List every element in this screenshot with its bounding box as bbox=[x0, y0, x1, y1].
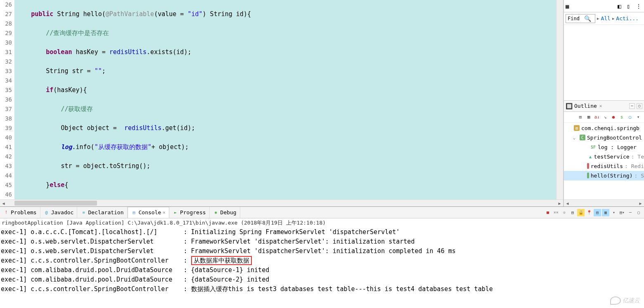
filter-icon[interactable]: ● bbox=[610, 114, 617, 120]
code-editor[interactable]: public String hello(@PathVariable(value … bbox=[14, 0, 556, 199]
outline-tree[interactable]: ⊞com.chenqi.springb⌄CSpringBootControlSF… bbox=[564, 123, 644, 200]
outline-item[interactable]: ▲testService : Te bbox=[564, 152, 644, 161]
tab-declaration[interactable]: ≡Declaration bbox=[77, 207, 127, 218]
tab-icon: ! bbox=[3, 210, 9, 216]
scroll-thumb[interactable] bbox=[14, 201, 97, 206]
console-line: exec-1] o.a.c.c.C.[Tomcat].[localhost].[… bbox=[1, 227, 644, 237]
outline-item[interactable]: redisUtils : Redi bbox=[564, 161, 644, 171]
sf-icon: SF bbox=[590, 144, 596, 150]
outline-toolbar: ⊞ ▦ a↓ ↘ ● s ○ ▾ bbox=[564, 112, 644, 123]
editor-area: 2627282930313233343536373839404142434445… bbox=[0, 0, 564, 206]
tab-javadoc[interactable]: @Javadoc bbox=[40, 207, 78, 218]
hide-icon[interactable]: ↘ bbox=[602, 114, 608, 120]
outline-item[interactable]: ⊞com.chenqi.springb bbox=[564, 123, 644, 133]
close-icon[interactable]: ✕ bbox=[163, 210, 166, 215]
terminate-button[interactable]: ■ bbox=[544, 209, 552, 216]
tab-icon: @ bbox=[44, 210, 50, 216]
tab-icon: ► bbox=[173, 210, 178, 216]
pin-button[interactable]: 📍 bbox=[585, 209, 593, 216]
outline-item[interactable]: ⌄CSpringBootControl bbox=[564, 133, 644, 142]
toolbar-icon[interactable]: ⋮ bbox=[636, 3, 642, 9]
tab-bar: !Problems@Javadoc≡Declaration▤Console✕►P… bbox=[0, 207, 644, 218]
grn-icon bbox=[587, 173, 589, 178]
toolbar-icon[interactable]: ▦ bbox=[566, 3, 572, 9]
scroll-left-icon[interactable]: ◀ bbox=[564, 201, 571, 206]
tri-icon: ▲ bbox=[589, 154, 592, 159]
cls-icon: C bbox=[580, 135, 585, 140]
console-line: exec-1] o.s.web.servlet.DispatcherServle… bbox=[1, 246, 644, 256]
filter-icon[interactable]: ○ bbox=[627, 114, 633, 120]
maximize-button[interactable]: ▢ bbox=[637, 103, 642, 109]
az-icon[interactable]: a↓ bbox=[594, 114, 600, 120]
chevron-right-icon: ▶ bbox=[612, 17, 614, 21]
console-line: exec-1] com.alibaba.druid.pool.DruidData… bbox=[1, 265, 644, 275]
tab-icon: ≡ bbox=[80, 210, 86, 216]
outline-hscroll[interactable]: ◀ ▶ bbox=[564, 199, 644, 206]
find-all-link[interactable]: All bbox=[601, 15, 610, 21]
sort-icon[interactable]: ▦ bbox=[585, 114, 592, 120]
find-activate-link[interactable]: Acti... bbox=[616, 15, 639, 21]
toolbar-icon[interactable]: ▯ bbox=[627, 3, 633, 9]
tab-icon: ✱ bbox=[213, 210, 219, 216]
right-panel: ▦ ◧ ▯ ⋮ 🔍 ▶ All ▶ Acti... 🔲 Outline ✕ ─ … bbox=[564, 0, 644, 206]
console-line: exec-1] c.c.s.controller.SpringBootContr… bbox=[1, 284, 644, 294]
toolbar-icon[interactable]: ◧ bbox=[618, 3, 624, 9]
display-button[interactable]: ▤ bbox=[594, 209, 601, 216]
tab-progress[interactable]: ►Progress bbox=[169, 207, 210, 218]
console-subtitle: ringbootApplication [Java Application] C… bbox=[0, 218, 644, 227]
sq-icon bbox=[587, 163, 589, 169]
search-icon[interactable]: 🔍 bbox=[584, 15, 591, 22]
tab-problems[interactable]: !Problems bbox=[0, 207, 40, 218]
outline-item[interactable]: hello(String) : S bbox=[564, 171, 644, 180]
bottom-panel: !Problems@Javadoc≡Declaration▤Console✕►P… bbox=[0, 206, 644, 308]
outline-icon: 🔲 bbox=[566, 103, 573, 109]
remove-all-button[interactable]: ⊗ bbox=[561, 209, 568, 216]
filter-icon[interactable]: s bbox=[618, 114, 625, 120]
tab-console[interactable]: ▤Console✕ bbox=[128, 207, 169, 218]
watermark: 亿速云 bbox=[610, 296, 640, 305]
outline-title: Outline bbox=[574, 103, 597, 109]
console-line: exec-1] c.c.s.controller.SpringBootContr… bbox=[1, 256, 644, 265]
line-gutter: 2627282930313233343536373839404142434445… bbox=[0, 0, 14, 199]
outline-item[interactable]: SFlog : Logger bbox=[564, 142, 644, 152]
pkg-icon: ⊞ bbox=[574, 125, 580, 131]
find-input[interactable]: 🔍 bbox=[566, 14, 595, 23]
remove-button[interactable]: ✖✖ bbox=[552, 209, 560, 216]
editor-hscroll[interactable]: ◀ ▶ bbox=[0, 199, 563, 206]
chevron-right-icon: ▶ bbox=[597, 17, 599, 21]
new-console-button[interactable]: ▤▾ bbox=[618, 209, 626, 216]
scroll-lock-button[interactable]: 🔒 bbox=[577, 209, 585, 216]
outline-header: 🔲 Outline ✕ ─ ▢ bbox=[564, 100, 644, 112]
clear-button[interactable]: ▤ bbox=[569, 209, 576, 216]
scroll-left-icon[interactable]: ◀ bbox=[0, 201, 7, 206]
tab-icon: ▤ bbox=[131, 210, 137, 216]
max-button[interactable]: ▢ bbox=[635, 209, 642, 216]
menu-icon[interactable]: ▾ bbox=[635, 114, 642, 120]
console-line: exec-1] o.s.web.servlet.DispatcherServle… bbox=[1, 237, 644, 246]
close-icon[interactable]: ✕ bbox=[599, 103, 602, 109]
editor-vscroll[interactable] bbox=[556, 0, 563, 199]
tab-debug[interactable]: ✱Debug bbox=[210, 207, 240, 218]
focus-icon[interactable]: ⊞ bbox=[577, 114, 584, 120]
console-line: exec-1] com.alibaba.druid.pool.DruidData… bbox=[1, 275, 644, 284]
display-button[interactable]: ▦ bbox=[602, 209, 609, 216]
minimize-button[interactable]: ─ bbox=[629, 103, 635, 109]
scroll-right-icon[interactable]: ▶ bbox=[556, 201, 563, 206]
open-console-button[interactable]: ▾ bbox=[610, 209, 618, 216]
min-button[interactable]: ─ bbox=[627, 209, 634, 216]
console-output[interactable]: exec-1] o.a.c.c.C.[Tomcat].[localhost].[… bbox=[0, 227, 644, 308]
scroll-right-icon[interactable]: ▶ bbox=[637, 201, 644, 206]
watermark-logo-icon bbox=[610, 296, 621, 305]
